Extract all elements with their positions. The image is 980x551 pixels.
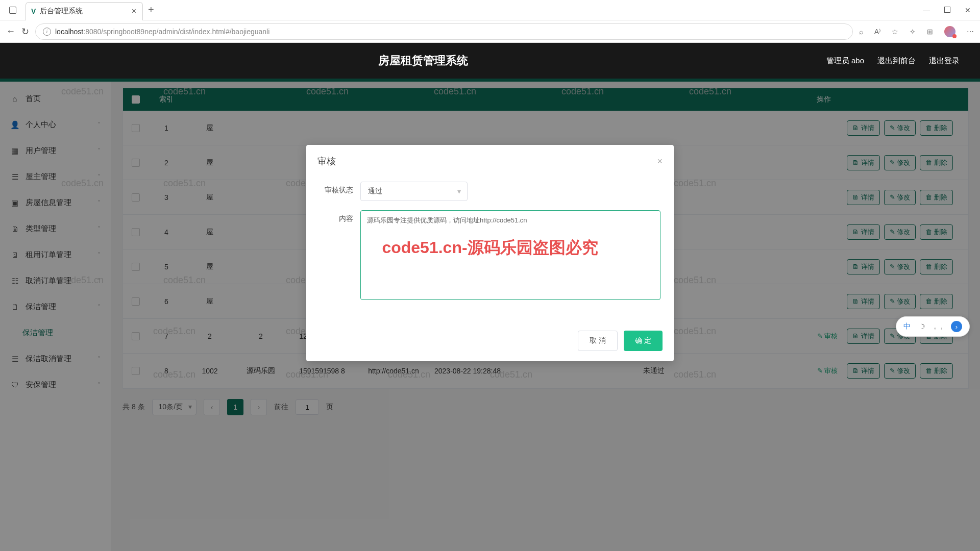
tab-list-button[interactable]	[0, 7, 26, 14]
user-label[interactable]: 管理员 abo	[826, 56, 864, 66]
browser-addressbar: ← ↻ i localhost:8080/springboot89nep/adm…	[0, 20, 980, 43]
content-textarea[interactable]: 源码乐园专注提供优质源码，访问地址http://code51.cn	[360, 210, 660, 300]
browser-titlebar: V 后台管理系统 × + — ✕	[0, 0, 980, 20]
ime-sep[interactable]: 。,	[934, 322, 943, 331]
tab-title: 后台管理系统	[40, 7, 83, 16]
profile-icon[interactable]	[944, 26, 955, 37]
ime-lang[interactable]: 中	[903, 322, 911, 331]
star-icon[interactable]: ☆	[892, 28, 898, 36]
url-host: localhost	[55, 28, 83, 36]
app-header: 房屋租赁管理系统 管理员 abo 退出到前台 退出登录	[0, 43, 980, 79]
url-input[interactable]: i localhost:8080/springboot89nep/admin/d…	[35, 23, 853, 40]
more-icon[interactable]: ⋯	[967, 28, 974, 36]
window-minimize[interactable]: —	[923, 6, 930, 14]
window-close[interactable]: ✕	[965, 6, 971, 14]
zoom-icon[interactable]: ⌕	[859, 28, 863, 36]
read-aloud-icon[interactable]: A⁾	[874, 28, 880, 36]
window-maximize[interactable]	[944, 6, 950, 14]
vue-icon: V	[31, 7, 36, 15]
front-link[interactable]: 退出到前台	[877, 56, 916, 66]
ok-button[interactable]: 确 定	[624, 331, 663, 351]
modal-title: 审核	[317, 155, 336, 167]
audit-modal: 审核 × 审核状态 通过 内容 源码乐园专注提供优质源码，访问地址http://…	[306, 145, 674, 361]
logout-link[interactable]: 退出登录	[929, 56, 960, 66]
app-title: 房屋租赁管理系统	[20, 53, 826, 68]
site-info-icon[interactable]: i	[43, 28, 51, 36]
favorites-icon[interactable]: ✧	[910, 28, 916, 36]
ime-expand-icon[interactable]: ›	[951, 321, 962, 332]
refresh-icon[interactable]: ↻	[21, 26, 29, 37]
status-label: 审核状态	[320, 182, 360, 195]
modal-close-icon[interactable]: ×	[657, 156, 663, 167]
status-select[interactable]: 通过	[360, 182, 468, 201]
cancel-button[interactable]: 取 消	[578, 331, 618, 351]
content-label: 内容	[320, 210, 360, 223]
new-tab-button[interactable]: +	[148, 4, 154, 16]
collections-icon[interactable]: ⊞	[927, 28, 933, 36]
browser-tab[interactable]: V 后台管理系统 ×	[26, 2, 143, 20]
back-icon[interactable]: ←	[6, 26, 15, 37]
ime-moon-icon[interactable]: ☽	[919, 322, 925, 331]
modal-overlay[interactable]: 审核 × 审核状态 通过 内容 源码乐园专注提供优质源码，访问地址http://…	[0, 79, 980, 551]
ime-toolbar[interactable]: 中 ☽ 。, ›	[896, 316, 970, 337]
close-tab-icon[interactable]: ×	[132, 7, 136, 16]
